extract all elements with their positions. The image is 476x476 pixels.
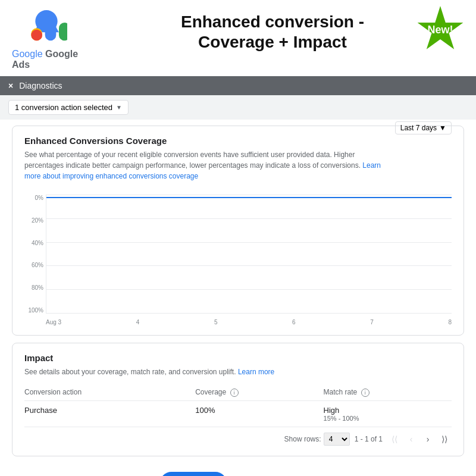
y-label-20: 20%	[24, 217, 46, 224]
page-nav: ⟨⟨ ‹ › ⟩⟩	[387, 432, 452, 446]
x-label-6: 6	[292, 319, 296, 325]
td-match-rate: High 15% - 100%	[324, 400, 452, 427]
svg-point-7	[31, 30, 42, 41]
rows-dropdown[interactable]: 4 10 25	[324, 433, 350, 446]
impact-table: Conversion action Coverage i Match rate …	[24, 384, 452, 427]
main-content: Enhanced Conversions Coverage See what p…	[0, 120, 476, 462]
svg-rect-5	[45, 15, 57, 40]
impact-card-desc: See details about your coverage, match r…	[24, 367, 452, 377]
th-conversion-action: Conversion action	[24, 384, 195, 400]
date-arrow-icon: ▼	[439, 124, 446, 132]
td-conversion-action: Purchase	[24, 400, 195, 427]
title-line1: Enhanced conversion -	[181, 12, 364, 31]
grid-line-40	[46, 265, 452, 266]
svg-rect-6	[59, 23, 67, 40]
td-coverage: 100%	[195, 400, 323, 427]
y-label-0: 0%	[24, 195, 46, 201]
nav-next-button[interactable]: ›	[421, 432, 435, 446]
google-ads-logo-icon	[26, 6, 67, 48]
x-label-aug3: Aug 3	[46, 319, 61, 325]
th-match-rate: Match rate i	[324, 384, 452, 400]
date-label: Last 7 days	[400, 124, 437, 132]
grid-line-80	[46, 218, 452, 219]
follow-button[interactable]: + Follow	[160, 472, 227, 476]
nav-prev-button[interactable]: ‹	[404, 432, 418, 446]
grid-line-20	[46, 289, 452, 290]
coverage-info-icon[interactable]: i	[230, 389, 239, 397]
nav-first-button[interactable]: ⟨⟨	[387, 432, 402, 446]
page-info: 1 - 1 of 1	[355, 435, 383, 443]
close-button[interactable]: ×	[8, 81, 13, 90]
coverage-card-desc: See what percentage of your recent eligi…	[24, 149, 395, 181]
match-rate-range: 15% - 100%	[324, 415, 452, 422]
th-coverage: Coverage i	[195, 384, 323, 400]
diagnostics-bar: × Diagnostics	[0, 76, 476, 95]
show-rows-label: Show rows:	[284, 435, 321, 443]
coverage-chart: 100% 80% 60% 40% 20% 0% Aug 3 4 5	[24, 195, 452, 325]
match-rate-label: High	[324, 406, 452, 415]
header: Google Google Ads Enhanced conversion - …	[0, 0, 476, 76]
conversion-dropdown[interactable]: 1 conversion action selected ▼	[8, 100, 129, 115]
diagnostics-title: Diagnostics	[19, 81, 62, 90]
y-label-100: 100%	[24, 307, 46, 314]
table-header-row: Conversion action Coverage i Match rate …	[24, 384, 452, 400]
impact-card: Impact See details about your coverage, …	[12, 343, 464, 456]
impact-learn-more-link[interactable]: Learn more	[238, 368, 274, 376]
grid-line-100	[46, 195, 452, 195]
title-area: Enhanced conversion - Coverage + Impact	[81, 6, 464, 52]
x-label-8: 8	[448, 319, 452, 325]
coverage-card: Enhanced Conversions Coverage See what p…	[12, 126, 464, 336]
x-axis: Aug 3 4 5 6 7 8	[46, 319, 452, 325]
nav-last-button[interactable]: ⟩⟩	[437, 432, 452, 446]
grid-line-60	[46, 242, 452, 243]
x-label-7: 7	[370, 319, 374, 325]
rows-selector: Show rows: 4 10 25	[284, 433, 350, 446]
selector-bar: 1 conversion action selected ▼	[0, 95, 476, 120]
x-label-5: 5	[214, 319, 218, 325]
title-line2: Coverage + Impact	[198, 33, 347, 51]
google-ads-logo: Google Google Ads	[12, 6, 81, 70]
follow-section: + Follow Thomas Eccel	[0, 462, 476, 476]
page-title: Enhanced conversion - Coverage + Impact	[81, 12, 464, 52]
date-selector[interactable]: Last 7 days ▼	[395, 121, 452, 134]
data-line	[46, 197, 452, 198]
y-label-80: 80%	[24, 284, 46, 291]
y-label-40: 40%	[24, 240, 46, 246]
y-label-60: 60%	[24, 262, 46, 268]
chart-inner	[46, 195, 452, 314]
table-row: Purchase 100% High 15% - 100%	[24, 400, 452, 427]
conversion-dropdown-label: 1 conversion action selected	[15, 103, 112, 112]
y-axis: 100% 80% 60% 40% 20% 0%	[24, 195, 46, 314]
dropdown-arrow-icon: ▼	[116, 104, 122, 111]
matchrate-info-icon[interactable]: i	[361, 389, 369, 397]
impact-card-title: Impact	[24, 353, 452, 363]
x-label-4: 4	[136, 319, 140, 325]
coverage-card-title: Enhanced Conversions Coverage	[24, 136, 395, 146]
pagination-area: Show rows: 4 10 25 1 - 1 of 1 ⟨⟨ ‹ › ⟩⟩	[24, 427, 452, 446]
